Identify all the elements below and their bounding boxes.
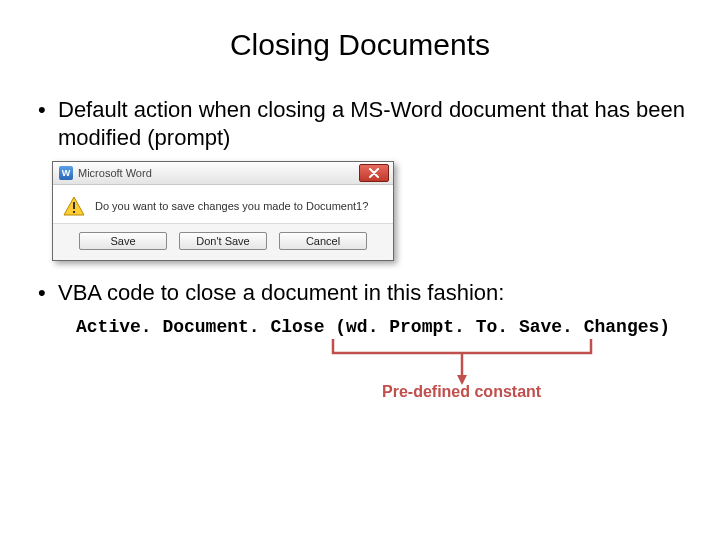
callout-annotation: Pre-defined constant [76,337,690,417]
dialog-body: Do you want to save changes you made to … [53,185,393,223]
dialog-save-prompt: W Microsoft Word Do you want to save cha… [52,161,394,261]
cancel-button[interactable]: Cancel [279,232,367,250]
bullet-item: Default action when closing a MS-Word do… [36,96,690,151]
dialog-titlebar: W Microsoft Word [53,162,393,185]
save-button[interactable]: Save [79,232,167,250]
code-part-argument: (wd. Prompt. To. Save. Changes) [335,317,670,337]
bullet-list: Default action when closing a MS-Word do… [36,96,690,151]
callout-label: Pre-defined constant [382,383,541,401]
bullet-item: VBA code to close a document in this fas… [36,279,690,307]
dialog-message: Do you want to save changes you made to … [95,200,368,212]
bullet-list: VBA code to close a document in this fas… [36,279,690,307]
dialog-app-title: W Microsoft Word [59,166,152,180]
code-line: Active. Document. Close (wd. Prompt. To.… [76,317,690,337]
dialog-app-name: Microsoft Word [78,167,152,179]
dont-save-button[interactable]: Don't Save [179,232,267,250]
dialog-close-button[interactable] [359,164,389,182]
warning-icon [63,195,85,217]
slide-title: Closing Documents [30,28,690,62]
svg-rect-2 [73,211,75,213]
code-part-plain: Active. Document. Close [76,317,335,337]
slide: Closing Documents Default action when cl… [0,0,720,540]
close-icon [368,168,380,178]
dialog-button-row: Save Don't Save Cancel [53,223,393,260]
word-app-icon: W [59,166,73,180]
svg-rect-1 [73,202,75,209]
